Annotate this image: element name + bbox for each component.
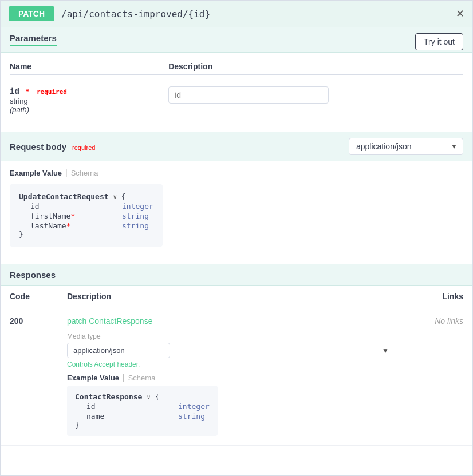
param-info-id: id * required string (path) [10, 86, 168, 114]
tab-example-value[interactable]: Example Value [10, 169, 62, 177]
resp-model-expand[interactable]: ∨ [147, 394, 151, 401]
param-row-id: id * required string (path) [10, 81, 463, 120]
resp-field-type-name: string [178, 412, 205, 421]
response-code-200: 200 [10, 316, 67, 326]
resp-field-name-name: name [86, 412, 144, 421]
field-name-id: id [30, 202, 88, 211]
request-body-title: Request body [10, 142, 66, 152]
field-name-firstname: firstName* [30, 212, 88, 220]
resp-field-id: id integer [75, 402, 210, 411]
media-type-label: Media type [67, 332, 395, 340]
request-media-type-select[interactable]: application/json [349, 138, 463, 155]
collapse-icon[interactable]: ✕ [456, 7, 464, 20]
required-label: required [37, 88, 67, 96]
param-id-input[interactable] [168, 86, 329, 104]
endpoint-header: PATCH /api/contacts-improved/{id} ✕ [1, 1, 472, 27]
param-type: string [10, 97, 168, 105]
request-media-type-wrapper: application/json ▼ [349, 138, 463, 155]
responses-section-header: Responses [1, 264, 472, 286]
model-expand-icon[interactable]: ∨ [113, 193, 117, 201]
field-type-lastname: string [122, 221, 149, 230]
resp-model-header: ContactResponse ∨ { [75, 392, 210, 401]
endpoint-path: /api/contacts-improved/{id} [61, 9, 456, 19]
api-panel: PATCH /api/contacts-improved/{id} ✕ Try … [0, 0, 473, 476]
request-body-code-block: UpdateContactRequest ∨ { id integer firs… [10, 184, 163, 247]
resp-tab-schema[interactable]: Schema [128, 374, 156, 382]
field-type-firstname: string [122, 212, 149, 220]
parameters-section-header: Try it out Parameters [1, 27, 472, 53]
field-firstname: firstName* string [19, 212, 153, 220]
model-header: UpdateContactRequest ∨ { [19, 192, 153, 201]
open-brace: { [121, 192, 126, 201]
required-star: * [25, 88, 29, 96]
resp-close-brace: } [75, 421, 210, 429]
response-links-200: No links [395, 316, 463, 326]
col-name-header: Name [10, 62, 168, 71]
field-name-lastname: lastName* [30, 221, 88, 230]
tab-schema[interactable]: Schema [71, 169, 98, 177]
responses-table-header: Code Description Links [1, 286, 472, 307]
parameters-table: Name Description id * required string (p… [1, 53, 472, 120]
response-select-arrow-icon: ▼ [382, 347, 389, 355]
controls-hint: Controls Accept header. [67, 360, 395, 368]
response-desc-title: patch ContactResponse [67, 316, 395, 326]
resp-model-name: ContactResponse [75, 392, 142, 401]
response-media-type-select[interactable]: application/json [67, 343, 170, 358]
method-badge: PATCH [9, 6, 54, 21]
request-body-required: required [72, 144, 95, 151]
col-links-header: Links [395, 292, 463, 301]
resp-field-name-id: id [86, 402, 144, 411]
close-brace: } [19, 230, 153, 239]
resp-field-name: name string [75, 412, 210, 421]
col-desc-header-resp: Description [67, 292, 395, 301]
params-col-headers: Name Description [10, 62, 463, 75]
param-name: id * required [10, 86, 67, 96]
request-body-label: Request body required [10, 142, 95, 152]
response-row-200: 200 patch ContactResponse Media type app… [1, 307, 472, 446]
field-id: id integer [19, 202, 153, 211]
model-name: UpdateContactRequest [19, 192, 109, 201]
request-body-tabs: Example Value | Schema [1, 161, 472, 181]
col-desc-header: Description [168, 62, 463, 71]
resp-tab-example[interactable]: Example Value [67, 374, 119, 382]
field-type-id: integer [122, 202, 153, 211]
response-media-type-wrapper: application/json ▼ [67, 343, 395, 358]
col-code-header: Code [10, 292, 67, 301]
response-desc-200: patch ContactResponse Media type applica… [67, 316, 395, 436]
resp-field-type-id: integer [178, 402, 210, 411]
request-body-header: Request body required application/json ▼ [1, 132, 472, 161]
param-value [168, 86, 463, 114]
responses-title: Responses [10, 270, 56, 280]
response-code-block: ContactResponse ∨ { id integer name stri… [67, 386, 218, 436]
field-lastname: lastName* string [19, 221, 153, 230]
param-in: (path) [10, 105, 168, 114]
response-tabs: Example Value | Schema [67, 373, 395, 386]
parameters-title: Parameters [10, 33, 57, 46]
try-it-out-button[interactable]: Try it out [415, 33, 463, 50]
